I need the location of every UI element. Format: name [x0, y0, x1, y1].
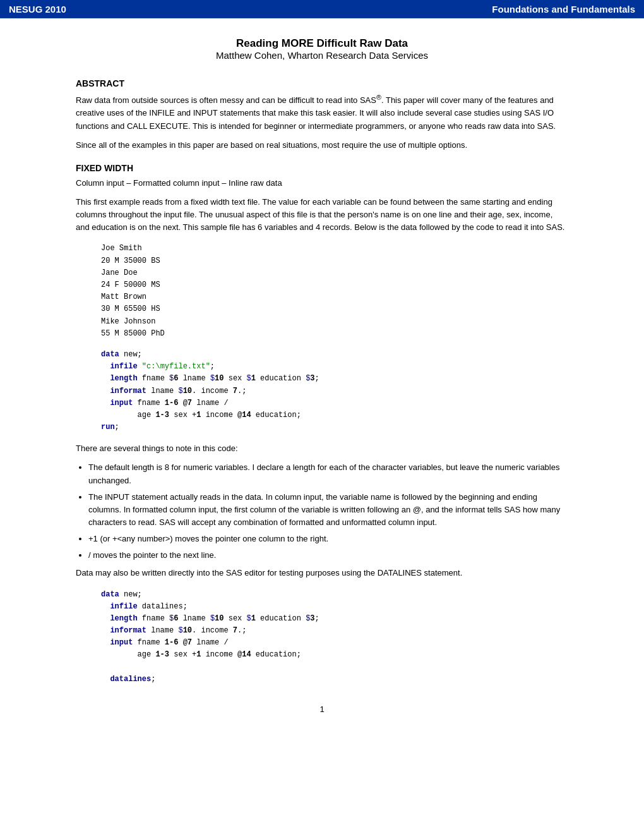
- num-14: 14: [242, 411, 251, 420]
- bullet-2: The INPUT statement actually reads in th…: [88, 491, 568, 529]
- kw-run-1: run: [101, 423, 115, 432]
- data-line-5: Matt Brown: [101, 293, 146, 301]
- fixed-width-desc: This first example reads from a fixed wi…: [76, 196, 568, 234]
- num-1-3: 1-3: [155, 411, 169, 420]
- str-path: "c:\myfile.txt": [142, 362, 210, 371]
- abstract-heading: ABSTRACT: [76, 78, 568, 88]
- var2-dollar3: $3: [306, 614, 314, 623]
- header-right: Foundations and Fundamentals: [492, 4, 635, 15]
- title-block: Reading MORE Difficult Raw Data Matthew …: [76, 37, 568, 61]
- num2-7b: 7: [188, 638, 192, 647]
- kw-informat-1: informat: [110, 387, 146, 396]
- var-dollar6: $6: [169, 374, 178, 383]
- raw-data-block: Joe Smith 20 M 35000 BS Jane Doe 24 F 50…: [101, 243, 568, 340]
- code-block-2: data new; infile datalines; length fname…: [101, 589, 568, 686]
- kw-input-1: input: [110, 399, 133, 408]
- data-line-6: 30 M 65500 HS: [101, 305, 160, 313]
- var2-dollar6: $6: [169, 614, 178, 623]
- kw-data-1: data: [101, 350, 119, 359]
- abstract-section: ABSTRACT Raw data from outside sources i…: [76, 78, 568, 152]
- data-line-1: Joe Smith: [101, 244, 142, 253]
- num2-7: 7: [233, 626, 237, 635]
- code-block-1: data new; infile "c:\myfile.txt"; length…: [101, 349, 568, 433]
- kw-informat-2: informat: [110, 626, 146, 635]
- abstract-para2: Since all of the examples in this paper …: [76, 139, 568, 152]
- fixed-width-intro: Column input – Formatted column input – …: [76, 177, 568, 190]
- num-plus1: 1: [196, 411, 201, 420]
- fixed-width-section: FIXED WIDTH Column input – Formatted col…: [76, 163, 568, 686]
- kw-infile-2: infile: [110, 602, 137, 611]
- kw-data-2: data: [101, 590, 119, 599]
- num-7b: 7: [188, 399, 192, 408]
- kw-length-2: length: [110, 614, 137, 623]
- kw-input-2: input: [110, 638, 133, 647]
- page-content: Reading MORE Difficult Raw Data Matthew …: [38, 18, 606, 739]
- var-dollar10: $10: [210, 374, 224, 383]
- data-line-3: Jane Doe: [101, 269, 138, 277]
- var2-dollar10: $10: [210, 614, 224, 623]
- var2-dollar1: $1: [247, 614, 256, 623]
- header-bar: NESUG 2010 Foundations and Fundamentals: [0, 0, 644, 18]
- header-left: NESUG 2010: [9, 4, 66, 15]
- bullet-3: +1 (or +<any number>) moves the pointer …: [88, 533, 568, 545]
- data-line-2: 20 M 35000 BS: [101, 257, 160, 265]
- main-title: Reading MORE Difficult Raw Data: [76, 37, 568, 50]
- var-dollar3: $3: [306, 374, 314, 383]
- num2-1-3: 1-3: [155, 650, 169, 659]
- data-line-4: 24 F 50000 MS: [101, 281, 160, 289]
- num2-14: 14: [242, 650, 251, 659]
- num2-1-6: 1-6: [165, 638, 179, 647]
- fixed-width-heading: FIXED WIDTH: [76, 163, 568, 173]
- var-dollar10b: $10: [178, 387, 192, 396]
- bullet-4: / moves the pointer to the next line.: [88, 549, 568, 562]
- kw-length-1: length: [110, 374, 137, 383]
- kw-infile-1: infile: [110, 362, 137, 371]
- num-7: 7: [233, 387, 237, 396]
- num2-plus1: 1: [196, 650, 201, 659]
- datalines-note: Data may also be written directly into t…: [76, 567, 568, 579]
- num-1-6: 1-6: [165, 399, 179, 408]
- data-line-8: 55 M 85000 PhD: [101, 329, 165, 338]
- bullet-1: The default length is 8 for numeric vari…: [88, 461, 568, 486]
- abstract-para1: Raw data from outside sources is often m…: [76, 92, 568, 133]
- kw-datalines: datalines: [110, 675, 151, 684]
- notes-intro: There are several things to note in this…: [76, 442, 568, 455]
- subtitle: Matthew Cohen, Wharton Research Data Ser…: [76, 50, 568, 61]
- page-number: 1: [76, 704, 568, 714]
- var-dollar1: $1: [247, 374, 256, 383]
- notes-bullets: The default length is 8 for numeric vari…: [88, 461, 568, 562]
- var2-dollar10b: $10: [178, 626, 192, 635]
- data-line-7: Mike Johnson: [101, 317, 155, 326]
